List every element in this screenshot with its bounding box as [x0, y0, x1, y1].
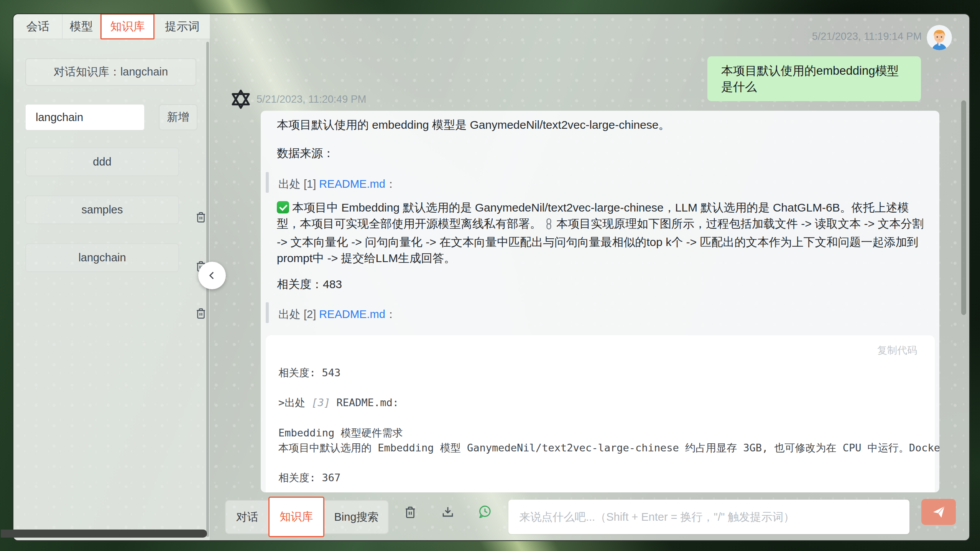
- code-line: 相关度: 543: [278, 366, 340, 380]
- copy-code-button[interactable]: 复制代码: [877, 344, 917, 357]
- sidebar-collapse-button[interactable]: [198, 262, 226, 289]
- code-ref: [3]: [312, 397, 331, 408]
- mode-bing-search[interactable]: Bing搜索: [325, 501, 388, 533]
- kb-item-ddd[interactable]: ddd: [25, 148, 179, 176]
- clear-trash-icon[interactable]: [403, 505, 418, 520]
- code-line: Embedding 模型硬件需求: [278, 426, 403, 440]
- chain-emoji: [544, 218, 554, 234]
- blockquote-bar: [266, 172, 269, 193]
- quote-prefix: 出处 [2]: [278, 308, 319, 320]
- assistant-paragraph: 数据来源：: [277, 145, 334, 161]
- blockquote-bar: [266, 302, 269, 323]
- mode-dialogue[interactable]: 对话: [226, 501, 269, 533]
- source-quote-2: 出处 [2] README.md：: [278, 307, 396, 322]
- paper-plane-icon: [931, 505, 946, 519]
- mode-knowledge-base[interactable]: 知识库: [268, 497, 324, 537]
- code-line: 本项目中默认选用的 Embedding 模型 GanymedeNil/text2…: [278, 441, 939, 455]
- assistant-paragraph: 本项目中 Embedding 默认选用的是 GanymedeNil/text2v…: [277, 200, 924, 266]
- trash-icon[interactable]: [194, 211, 207, 224]
- tab-prompts[interactable]: 提示词: [155, 14, 210, 39]
- sidebar-scrollbar[interactable]: [206, 42, 209, 537]
- assistant-message-card: 本项目默认使用的 embedding 模型是 GanymedeNil/text2…: [261, 111, 939, 492]
- chat-scrollbar[interactable]: [961, 100, 966, 315]
- openai-logo-icon: [230, 88, 252, 110]
- user-message-timestamp: 5/21/2023, 11:19:14 PM: [627, 31, 922, 43]
- kb-title: 对话知识库：langchain: [25, 58, 196, 86]
- readme-link[interactable]: README.md: [319, 308, 385, 320]
- sidebar-tabbar: 会话 模型 知识库 提示词: [13, 14, 210, 39]
- code-line: >出处 [3] README.md:: [278, 396, 399, 410]
- download-icon[interactable]: [441, 505, 455, 520]
- app-window: 会话 模型 知识库 提示词 对话知识库：langchain 新增 ddd sam…: [13, 13, 970, 541]
- kb-item-langchain[interactable]: langchain: [25, 243, 179, 272]
- desktop-background: 会话 模型 知识库 提示词 对话知识库：langchain 新增 ddd sam…: [0, 0, 980, 551]
- tab-knowledge-base[interactable]: 知识库: [100, 13, 155, 39]
- assistant-paragraph: 本项目默认使用的 embedding 模型是 GanymedeNil/text2…: [277, 117, 670, 133]
- horizontal-scrollbar[interactable]: [1, 530, 207, 538]
- user-message-bubble: 本项目默认使用的embedding模型是什么: [707, 56, 921, 101]
- relevance-score: 相关度：483: [277, 276, 342, 292]
- quote-suffix: ：: [385, 308, 396, 320]
- history-clock-icon[interactable]: [477, 504, 492, 519]
- quote-prefix: 出处 [1]: [278, 178, 319, 190]
- code-line: 相关度: 367: [278, 471, 340, 485]
- message-input[interactable]: [508, 500, 909, 534]
- assistant-message-timestamp: 5/21/2023, 11:20:49 PM: [257, 93, 366, 105]
- source-quote-1: 出处 [1] README.md：: [278, 177, 396, 192]
- readme-link[interactable]: README.md: [319, 178, 385, 190]
- add-kb-button[interactable]: 新增: [159, 104, 197, 130]
- quote-suffix: ：: [385, 178, 396, 190]
- check-emoji: [277, 201, 289, 213]
- send-button[interactable]: [921, 499, 956, 525]
- kb-name-input[interactable]: [25, 104, 145, 130]
- kb-item-samples[interactable]: samples: [25, 195, 179, 224]
- tab-model[interactable]: 模型: [62, 14, 100, 39]
- user-avatar: [927, 25, 952, 50]
- sidebar: 会话 模型 知识库 提示词 对话知识库：langchain 新增 ddd sam…: [13, 14, 210, 540]
- code-block: 复制代码 相关度: 543 >出处 [3] README.md: Embeddi…: [266, 335, 935, 492]
- trash-icon[interactable]: [194, 307, 207, 320]
- tab-conversation[interactable]: 会话: [13, 14, 62, 39]
